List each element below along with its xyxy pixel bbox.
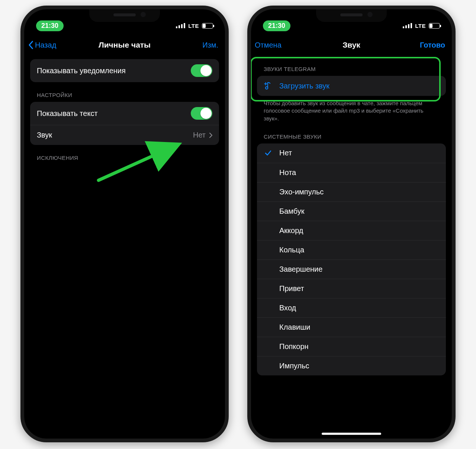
sound-option-label: Завершение	[279, 265, 322, 274]
battery-icon	[202, 23, 213, 29]
upload-hint: Чтобы добавить звук из сообщения в чате,…	[257, 96, 446, 124]
system-sounds-header: СИСТЕМНЫЕ ЗВУКИ	[257, 124, 446, 143]
checkmark-icon	[264, 150, 273, 156]
upload-sound-label: Загрузить звук	[279, 82, 329, 90]
notch	[89, 9, 160, 22]
sound-option[interactable]: Эхо-импульс	[257, 182, 446, 201]
back-label: Назад	[35, 41, 56, 49]
sound-option-label: Вход	[279, 304, 296, 312]
home-indicator[interactable]	[322, 433, 381, 435]
status-right: LTE	[176, 23, 213, 29]
left-phone-frame: 21:30 LTE Назад Личные чаты Изм. Показыв…	[20, 6, 229, 442]
sound-option-label: Кольца	[279, 246, 304, 254]
content: Показывать уведомления НАСТРОЙКИ Показыв…	[24, 55, 225, 439]
upload-card: Загрузить звук	[257, 76, 446, 96]
svg-point-1	[266, 87, 268, 89]
sound-option-label: Нота	[279, 168, 296, 177]
show-text-toggle[interactable]	[191, 107, 212, 120]
navbar: Отмена Звук Готово	[251, 35, 452, 55]
show-notifications-label: Показывать уведомления	[37, 67, 126, 75]
sound-option-label: Клавиши	[279, 323, 310, 332]
status-right: LTE	[403, 23, 440, 29]
exceptions-header: ИСКЛЮЧЕНИЯ	[30, 145, 219, 165]
done-button[interactable]: Готово	[420, 41, 445, 49]
network-label: LTE	[188, 23, 199, 29]
navbar: Назад Личные чаты Изм.	[24, 35, 225, 55]
notifications-card: Показывать уведомления	[30, 59, 219, 82]
show-text-row[interactable]: Показывать текст	[30, 102, 219, 125]
signal-icon	[403, 23, 412, 28]
sound-option[interactable]: Вход	[257, 298, 446, 317]
sound-option[interactable]: Импульс	[257, 356, 446, 375]
edit-button[interactable]: Изм.	[202, 41, 218, 49]
chevron-left-icon	[28, 41, 33, 49]
right-screen: 21:30 LTE Отмена Звук Готово ЗВУКИ TELEG…	[251, 9, 452, 439]
network-label: LTE	[415, 23, 426, 29]
sound-value-wrap: Нет	[193, 131, 212, 139]
sound-option[interactable]: Кольца	[257, 240, 446, 259]
left-screen: 21:30 LTE Назад Личные чаты Изм. Показыв…	[24, 9, 225, 439]
back-button[interactable]: Назад	[28, 41, 56, 49]
content: ЗВУКИ TELEGRAM Загрузить звук Чтобы доба…	[251, 55, 452, 439]
settings-header: НАСТРОЙКИ	[30, 82, 219, 102]
sound-option[interactable]: Аккорд	[257, 221, 446, 240]
show-notifications-toggle[interactable]	[191, 64, 212, 77]
battery-icon	[429, 23, 440, 29]
sound-option-label: Бамбук	[279, 207, 305, 216]
upload-sound-icon	[264, 81, 273, 91]
right-phone-frame: 21:30 LTE Отмена Звук Готово ЗВУКИ TELEG…	[247, 6, 456, 442]
sound-row[interactable]: Звук Нет	[30, 125, 219, 145]
show-text-label: Показывать текст	[37, 109, 98, 118]
signal-icon	[176, 23, 185, 28]
sound-option[interactable]: Привет	[257, 279, 446, 298]
chevron-right-icon	[209, 133, 212, 138]
sound-option-label: Аккорд	[279, 226, 303, 235]
cancel-label: Отмена	[255, 41, 282, 49]
sound-value: Нет	[193, 131, 206, 139]
telegram-sounds-header: ЗВУКИ TELEGRAM	[257, 59, 446, 76]
show-notifications-row[interactable]: Показывать уведомления	[30, 59, 219, 82]
notch	[316, 9, 387, 22]
settings-card: Показывать текст Звук Нет	[30, 102, 219, 145]
status-time: 21:30	[36, 20, 64, 31]
sound-option[interactable]: Бамбук	[257, 201, 446, 221]
sound-option-label: Импульс	[279, 362, 309, 370]
sound-option[interactable]: Завершение	[257, 259, 446, 279]
sound-label: Звук	[37, 131, 52, 139]
status-time: 21:30	[263, 20, 290, 31]
cancel-button[interactable]: Отмена	[255, 41, 282, 49]
sound-option-label: Попкорн	[279, 342, 309, 351]
sound-option-label: Эхо-импульс	[279, 188, 324, 196]
sound-option[interactable]: Попкорн	[257, 337, 446, 356]
system-sounds-list: НетНотаЭхо-импульсБамбукАккордКольцаЗаве…	[257, 143, 446, 375]
sound-option[interactable]: Нет	[257, 143, 446, 163]
sound-option-label: Нет	[279, 149, 292, 157]
sound-option[interactable]: Нота	[257, 163, 446, 182]
sound-option[interactable]: Клавиши	[257, 317, 446, 337]
sound-option-label: Привет	[279, 284, 304, 293]
upload-sound-row[interactable]: Загрузить звук	[257, 76, 446, 96]
